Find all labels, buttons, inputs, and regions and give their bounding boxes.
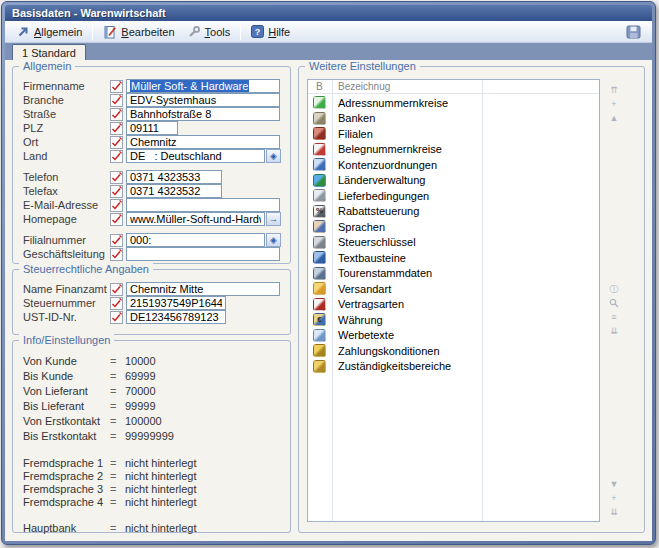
plz-input[interactable] bbox=[126, 121, 178, 135]
document-number-ranges-icon bbox=[313, 143, 326, 156]
settings-item-label: Tourenstammdaten bbox=[338, 267, 432, 279]
name-finanzamt-input[interactable] bbox=[126, 282, 280, 296]
info-row-fremdsprache-3: Fremdsprache 3=nicht hinterlegt bbox=[23, 482, 280, 495]
window-titlebar: Basisdaten - Warenwirtschaft bbox=[5, 5, 652, 21]
ort-input[interactable] bbox=[126, 135, 280, 149]
ust-id-nr-input[interactable] bbox=[126, 310, 226, 324]
toolbar-button-tools[interactable]: Tools bbox=[181, 22, 237, 41]
edit-check-icon[interactable] bbox=[110, 80, 123, 93]
lookup-button[interactable]: ◈ bbox=[266, 149, 281, 163]
edit-check-icon[interactable] bbox=[110, 122, 123, 135]
settings-row-versandart[interactable]: Versandart bbox=[308, 281, 599, 297]
edit-check-icon[interactable] bbox=[110, 108, 123, 121]
group-allgemein: Allgemein FirmennameMüller Soft- & Hardw… bbox=[12, 66, 291, 264]
form-row-telefon: Telefon bbox=[23, 170, 280, 184]
gesch-ftsleitung-input[interactable] bbox=[126, 247, 280, 261]
edit-check-icon[interactable] bbox=[110, 94, 123, 107]
telefax-input[interactable] bbox=[126, 184, 222, 198]
edit-check-icon[interactable] bbox=[110, 311, 123, 324]
info-icon[interactable]: ⓘ bbox=[610, 284, 619, 295]
e-mail-adresse-input[interactable] bbox=[126, 198, 280, 212]
toolbar-button-bearbeiten[interactable]: Bearbeiten bbox=[97, 22, 180, 41]
move-up-icon[interactable]: ▲ bbox=[610, 113, 619, 124]
settings-row-lieferbedingungen[interactable]: Lieferbedingungen bbox=[308, 188, 599, 204]
homepage-input[interactable] bbox=[126, 212, 265, 226]
settings-row-werbetexte[interactable]: Werbetexte bbox=[308, 328, 599, 344]
settings-row-belegnummernkreise[interactable]: Belegnummernkreise bbox=[308, 142, 599, 158]
window-chrome: AllgemeinBearbeitenTools?Hilfe 1 Standar… bbox=[5, 21, 652, 541]
settings-row-rabattsteuerung[interactable]: %Rabattsteuerung bbox=[308, 204, 599, 220]
open-link-button[interactable]: → bbox=[266, 212, 281, 226]
equals-sign: = bbox=[110, 522, 125, 534]
settings-row-kontenzuordnungen[interactable]: Kontenzuordnungen bbox=[308, 157, 599, 173]
toolbar-button-hilfe[interactable]: ?Hilfe bbox=[245, 22, 296, 41]
field-label: Firmenname bbox=[23, 80, 110, 92]
filialnummer-input[interactable] bbox=[126, 233, 265, 247]
edit-check-icon[interactable] bbox=[110, 234, 123, 247]
tab-standard[interactable]: 1 Standard bbox=[12, 44, 86, 60]
edit-check-icon[interactable] bbox=[110, 185, 123, 198]
search-icon[interactable] bbox=[609, 298, 619, 309]
scroll-down-icon[interactable]: + bbox=[611, 493, 616, 504]
field-label: PLZ bbox=[23, 122, 110, 134]
land-input[interactable] bbox=[126, 149, 265, 163]
telefon-input[interactable] bbox=[126, 170, 222, 184]
edit-check-icon[interactable] bbox=[110, 171, 123, 184]
column-header-b[interactable]: B bbox=[308, 81, 332, 92]
settings-row-banken[interactable]: Banken bbox=[308, 111, 599, 127]
info-label: Bis Kunde bbox=[23, 370, 110, 382]
text-blocks-icon bbox=[313, 251, 326, 264]
settings-item-label: Zahlungskonditionen bbox=[338, 345, 440, 357]
settings-row-zahlungskonditionen[interactable]: Zahlungskonditionen bbox=[308, 343, 599, 359]
settings-row-vertragsarten[interactable]: Vertragsarten bbox=[308, 297, 599, 313]
scroll-to-top-icon[interactable]: ⇈ bbox=[610, 85, 618, 96]
floppy-save-icon bbox=[626, 25, 641, 39]
form-spacer bbox=[23, 226, 280, 233]
settings-row-textbausteine[interactable]: Textbausteine bbox=[308, 250, 599, 266]
right-column: Weitere Einstellungen B Bezeichnug Adres… bbox=[298, 66, 645, 533]
settings-row-tourenstammdaten[interactable]: Tourenstammdaten bbox=[308, 266, 599, 282]
info-row-hauptbank: Hauptbank=nicht hinterlegt bbox=[23, 520, 280, 535]
edit-check-icon[interactable] bbox=[110, 248, 123, 261]
currency-coin-icon: € bbox=[313, 313, 326, 326]
move-down-icon[interactable]: ▼ bbox=[610, 479, 619, 490]
form-row-branche: Branche bbox=[23, 93, 280, 107]
column-header-bezeichnung[interactable]: Bezeichnug bbox=[332, 81, 390, 92]
settings-row-w-hrung[interactable]: €Währung bbox=[308, 312, 599, 328]
arrow-ne-icon bbox=[16, 25, 30, 39]
settings-row-zust-ndigkeitsbereiche[interactable]: Zuständigkeitsbereiche bbox=[308, 359, 599, 375]
ad-texts-icon bbox=[313, 329, 326, 342]
info-value: 10000 bbox=[125, 355, 156, 367]
edit-check-icon[interactable] bbox=[110, 297, 123, 310]
save-button[interactable] bbox=[623, 23, 644, 41]
edit-check-icon[interactable] bbox=[110, 199, 123, 212]
edit-check-icon[interactable] bbox=[110, 283, 123, 296]
info-row-fremdsprache-1: Fremdsprache 1=nicht hinterlegt bbox=[23, 456, 280, 469]
edit-check-icon[interactable] bbox=[110, 150, 123, 163]
edit-check-icon[interactable] bbox=[110, 213, 123, 226]
settings-row-filialen[interactable]: Filialen bbox=[308, 126, 599, 142]
filter-icon[interactable]: ≡ bbox=[611, 312, 616, 323]
toolbar-button-allgemein[interactable]: Allgemein bbox=[10, 22, 88, 41]
firmenname-input[interactable]: Müller Soft- & Hardware bbox=[126, 79, 280, 93]
branche-input[interactable] bbox=[126, 93, 280, 107]
scroll-to-bottom-icon[interactable]: ⇊ bbox=[610, 507, 618, 518]
settings-item-label: Sprachen bbox=[338, 221, 385, 233]
steuernummer-input[interactable] bbox=[126, 296, 226, 310]
settings-row-steuerschl-ssel[interactable]: Steuerschlüssel bbox=[308, 235, 599, 251]
page-down-icon[interactable]: ⇊ bbox=[610, 326, 618, 337]
settings-row-l-nderverwaltung[interactable]: Länderverwaltung bbox=[308, 173, 599, 189]
lookup-button[interactable]: ◈ bbox=[266, 233, 281, 247]
scroll-up-icon[interactable]: + bbox=[611, 99, 616, 110]
equals-sign: = bbox=[110, 370, 125, 382]
edit-check-icon[interactable] bbox=[110, 136, 123, 149]
settings-row-adressnummernkreise[interactable]: Adressnummernkreise bbox=[308, 95, 599, 111]
side-icons-middle: ⓘ≡⇊ bbox=[606, 284, 622, 337]
info-value: nicht hinterlegt bbox=[125, 457, 197, 469]
toolbar-button-label: Bearbeiten bbox=[121, 26, 174, 38]
group-title: Weitere Einstellungen bbox=[305, 60, 420, 73]
settings-row-sprachen[interactable]: Sprachen bbox=[308, 219, 599, 235]
equals-sign: = bbox=[110, 385, 125, 397]
group-steuerrechtliche-angaben: Steuerrechtliche Angaben Name FinanzamtS… bbox=[12, 269, 291, 335]
stra-e-input[interactable] bbox=[126, 107, 280, 121]
